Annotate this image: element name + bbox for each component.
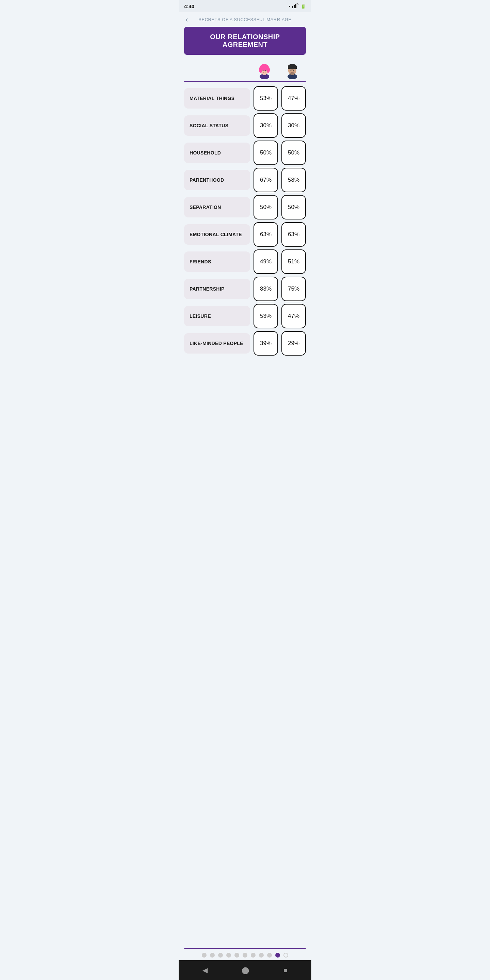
table-row: PARTNERSHIP 83% 75% <box>184 277 306 301</box>
table-row: HOUSEHOLD 50% 50% <box>184 140 306 165</box>
row-label: SEPARATION <box>184 197 250 218</box>
bottom-area <box>179 943 311 960</box>
svg-point-11 <box>263 70 264 72</box>
svg-rect-1 <box>294 5 295 8</box>
row-label: LEISURE <box>184 306 250 326</box>
male-score[interactable]: 47% <box>282 304 306 328</box>
row-label: SOCIAL STATUS <box>184 115 250 136</box>
table-row: LIKE-MINDED PEOPLE 39% 29% <box>184 331 306 356</box>
purple-bar <box>184 948 306 949</box>
female-avatar <box>252 62 277 79</box>
pagination-dot[interactable] <box>259 953 264 958</box>
female-score[interactable]: 30% <box>253 113 278 138</box>
banner: OUR RELATIONSHIP AGREEMENT <box>184 27 306 55</box>
row-label: PARENTHOOD <box>184 170 250 190</box>
svg-rect-2 <box>295 4 296 8</box>
table-rows: MATERIAL THINGS 53% 47% SOCIAL STATUS 30… <box>184 86 306 356</box>
signal-icon <box>292 3 298 9</box>
female-score[interactable]: 83% <box>253 277 278 301</box>
divider <box>184 81 306 82</box>
svg-point-9 <box>259 67 262 73</box>
row-label: PARTNERSHIP <box>184 279 250 299</box>
row-label: MATERIAL THINGS <box>184 88 250 108</box>
male-score[interactable]: 75% <box>282 277 306 301</box>
pagination-dot[interactable] <box>226 953 231 958</box>
pagination-dot[interactable] <box>267 953 272 958</box>
female-score[interactable]: 39% <box>253 331 278 356</box>
male-score[interactable]: 63% <box>282 222 306 247</box>
table-row: SEPARATION 50% 50% <box>184 195 306 220</box>
row-label: FRIENDS <box>184 251 250 272</box>
pagination-dot[interactable] <box>234 953 239 958</box>
svg-point-10 <box>266 67 270 73</box>
column-headers <box>184 62 306 79</box>
female-score[interactable]: 50% <box>253 195 278 220</box>
table-row: EMOTIONAL CLIMATE 63% 63% <box>184 222 306 247</box>
status-time: 4:40 <box>184 3 194 9</box>
table-row: PARENTHOOD 67% 58% <box>184 168 306 192</box>
pagination-dots <box>202 953 288 958</box>
svg-point-19 <box>291 70 292 72</box>
status-icons: ▪ 🔋 <box>288 3 306 9</box>
table-row: SOCIAL STATUS 30% 30% <box>184 113 306 138</box>
banner-title: OUR RELATIONSHIP AGREEMENT <box>210 33 280 48</box>
svg-rect-17 <box>288 66 297 69</box>
pagination-dot[interactable] <box>283 953 288 958</box>
back-button[interactable]: ‹ <box>185 15 188 24</box>
sim-icon: ▪ <box>288 4 290 9</box>
svg-point-20 <box>293 70 294 72</box>
female-score[interactable]: 53% <box>253 86 278 111</box>
status-bar: 4:40 ▪ 🔋 <box>179 0 311 12</box>
nav-back-icon[interactable]: ◀ <box>202 966 208 974</box>
main-content: OUR RELATIONSHIP AGREEMENT <box>179 27 311 943</box>
svg-point-18 <box>290 72 295 75</box>
svg-point-12 <box>266 70 266 72</box>
nav-bar: ◀ ⬤ ■ <box>179 960 311 980</box>
male-score[interactable]: 29% <box>282 331 306 356</box>
header-title: SECRETS OF A SUCCESSFUL MARRIAGE <box>198 17 291 22</box>
female-score[interactable]: 63% <box>253 222 278 247</box>
svg-rect-3 <box>296 3 298 8</box>
pagination-dot[interactable] <box>210 953 215 958</box>
male-score[interactable]: 47% <box>282 86 306 111</box>
table-row: LEISURE 53% 47% <box>184 304 306 328</box>
male-score[interactable]: 58% <box>282 168 306 192</box>
female-score[interactable]: 67% <box>253 168 278 192</box>
battery-icon: 🔋 <box>301 4 306 9</box>
pagination-dot[interactable] <box>202 953 207 958</box>
row-label: HOUSEHOLD <box>184 143 250 163</box>
male-score[interactable]: 50% <box>282 195 306 220</box>
row-label: LIKE-MINDED PEOPLE <box>184 333 250 353</box>
row-label: EMOTIONAL CLIMATE <box>184 224 250 245</box>
pagination-dot[interactable] <box>251 953 256 958</box>
female-score[interactable]: 49% <box>253 250 278 274</box>
male-score[interactable]: 51% <box>282 250 306 274</box>
male-avatar <box>280 62 305 79</box>
pagination-dot[interactable] <box>218 953 223 958</box>
table-row: MATERIAL THINGS 53% 47% <box>184 86 306 111</box>
pagination-dot[interactable] <box>243 953 247 958</box>
header: ‹ SECRETS OF A SUCCESSFUL MARRIAGE <box>179 12 311 27</box>
nav-home-icon[interactable]: ⬤ <box>242 966 249 974</box>
female-score[interactable]: 50% <box>253 140 278 165</box>
svg-rect-0 <box>292 6 293 8</box>
pagination-dot[interactable] <box>275 953 280 958</box>
nav-square-icon[interactable]: ■ <box>283 966 288 974</box>
table-row: FRIENDS 49% 51% <box>184 250 306 274</box>
male-score[interactable]: 50% <box>282 140 306 165</box>
female-score[interactable]: 53% <box>253 304 278 328</box>
male-score[interactable]: 30% <box>282 113 306 138</box>
